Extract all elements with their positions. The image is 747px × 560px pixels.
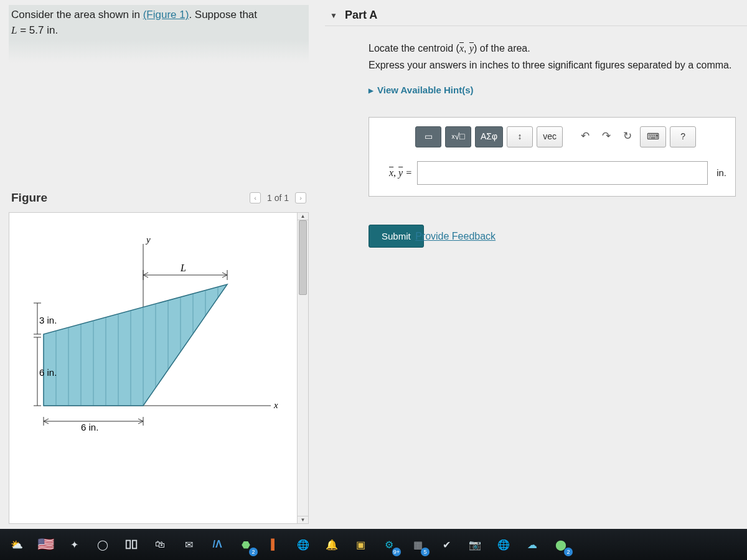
answer-lhs: x, y = <box>378 164 412 181</box>
taskbar-app2-icon[interactable]: ▣ <box>351 535 370 554</box>
svg-line-35 <box>44 421 49 424</box>
taskbar-weather-icon[interactable]: ⛅ <box>7 535 26 554</box>
problem-suffix: . Suppose that <box>189 9 257 21</box>
figure-pager-text: 1 of 1 <box>267 193 289 203</box>
templates-button[interactable]: ▭ <box>415 126 441 147</box>
problem-prefix: Consider the area shown in <box>11 9 143 21</box>
figure-svg: y x <box>9 213 309 437</box>
taskbar-app6-icon[interactable]: ☁ <box>523 535 542 554</box>
taskbar-taskview-icon[interactable] <box>122 535 141 554</box>
taskbar-edge-icon[interactable]: /Λ <box>208 535 227 554</box>
reset-button[interactable]: ↻ <box>619 126 636 147</box>
taskbar-app4-icon[interactable]: ▦ <box>408 535 427 554</box>
undo-button[interactable]: ↶ <box>576 126 594 147</box>
updown-button[interactable]: ↕ <box>507 126 533 147</box>
svg-line-36 <box>138 419 143 421</box>
keyboard-button[interactable]: ⌨ <box>640 126 666 147</box>
taskbar-office-icon[interactable]: ▌ <box>265 535 284 554</box>
hints-caret-icon: ▶ <box>369 85 374 96</box>
vec-button[interactable]: vec <box>537 126 563 147</box>
taskbar-app1-icon[interactable]: ⬣ <box>237 535 255 554</box>
svg-line-24 <box>222 275 227 278</box>
instruction-line-1: Locate the centroid (x, y) of the area. <box>369 40 741 57</box>
taskbar-app5-icon[interactable]: 🌐 <box>494 535 513 554</box>
figure-title: Figure <box>11 191 47 205</box>
svg-line-22 <box>143 275 148 278</box>
taskbar-mail-icon[interactable]: ✉ <box>179 535 198 554</box>
instruction-line-2: Express your answers in inches to three … <box>369 57 741 73</box>
scroll-down-icon[interactable]: ▼ <box>298 516 308 523</box>
problem-param: L = 5.7 in. <box>11 24 58 36</box>
axis-y-label: y <box>145 235 151 245</box>
taskbar-app3-icon[interactable]: ⚙ <box>380 535 398 554</box>
equation-toolbar: ▭ x√□ ΑΣφ ↕ vec ↶ ↷ ↻ ⌨ ? <box>415 126 726 147</box>
view-hints-button[interactable]: ▶ View Available Hint(s) <box>369 82 741 98</box>
taskbar: ⛅ 🇺🇸 ✦ ◯ 🛍 ✉ /Λ ⬣ ▌ 🌐 🔔 ▣ ⚙ ▦ ✔ 📷 🌐 ☁ ⬤ <box>0 529 747 560</box>
scroll-thumb[interactable] <box>299 220 307 295</box>
taskbar-store-icon[interactable]: 🛍 <box>151 535 169 554</box>
part-header[interactable]: ▼ Part A <box>325 5 747 26</box>
help-button[interactable]: ? <box>670 126 696 147</box>
dim-6in-horiz-label: 6 in. <box>81 422 98 432</box>
figure-link[interactable]: (Figure 1) <box>143 9 189 21</box>
taskbar-star-icon[interactable]: ✦ <box>65 535 83 554</box>
answer-box: ▭ x√□ ΑΣφ ↕ vec ↶ ↷ ↻ ⌨ ? x, y = <box>369 117 736 197</box>
svg-line-34 <box>44 419 49 421</box>
figure-prev-button[interactable]: ‹ <box>250 192 261 203</box>
answer-input[interactable] <box>417 161 708 185</box>
part-label: Part A <box>345 9 377 22</box>
svg-marker-2 <box>44 284 227 406</box>
provide-feedback-link[interactable]: Provide Feedback <box>415 228 496 245</box>
svg-rect-39 <box>133 541 136 549</box>
svg-line-37 <box>138 421 143 424</box>
taskbar-camera-icon[interactable]: 📷 <box>466 535 484 554</box>
figure-scrollbar[interactable]: ▲ ▼ <box>297 213 308 523</box>
taskbar-app7-icon[interactable]: ⬤ <box>552 535 570 554</box>
dim-L-label: L <box>180 263 186 273</box>
taskbar-steam-icon[interactable]: ✔ <box>437 535 456 554</box>
figure-canvas: y x <box>9 212 309 524</box>
svg-line-21 <box>143 273 148 275</box>
svg-rect-38 <box>126 541 130 549</box>
figure-pager: ‹ 1 of 1 › <box>250 192 306 203</box>
taskbar-cortana-icon[interactable]: ◯ <box>93 535 112 554</box>
problem-statement: Consider the area shown in (Figure 1). S… <box>9 5 309 63</box>
dim-3in-label: 3 in. <box>39 315 57 325</box>
taskbar-chrome-icon[interactable]: 🌐 <box>294 535 312 554</box>
sqrt-button[interactable]: x√□ <box>445 126 471 147</box>
answer-unit: in. <box>716 165 726 181</box>
redo-button[interactable]: ↷ <box>598 126 615 147</box>
greek-button[interactable]: ΑΣφ <box>475 126 503 147</box>
dim-6in-vert-label: 6 in. <box>39 367 57 378</box>
svg-line-23 <box>222 273 227 275</box>
axis-x-label: x <box>273 400 278 410</box>
collapse-caret-icon: ▼ <box>330 11 337 20</box>
taskbar-flag-icon[interactable]: 🇺🇸 <box>36 535 55 554</box>
taskbar-notifications-icon[interactable]: 🔔 <box>322 535 341 554</box>
figure-next-button[interactable]: › <box>295 192 306 203</box>
scroll-up-icon[interactable]: ▲ <box>298 213 308 220</box>
